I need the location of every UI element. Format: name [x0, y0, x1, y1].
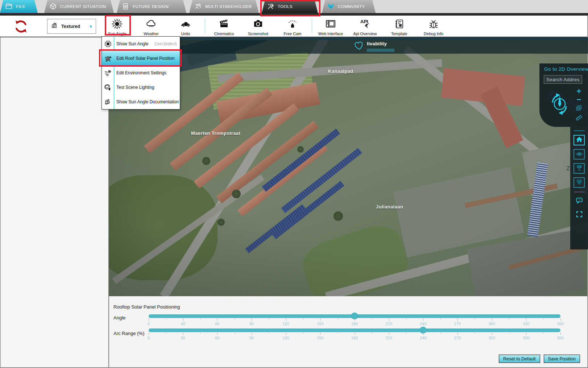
menu-item-edit-environment-settings[interactable]: Edit Environment Settings	[102, 66, 180, 80]
panel-buttons: Reset to Default Save Position	[499, 355, 580, 363]
texture-mode-value: Textured	[61, 24, 86, 29]
toolbar-weather[interactable]: Weather	[134, 17, 168, 36]
layer-panel-icon	[575, 150, 583, 159]
toolbar-template[interactable]: Template	[382, 17, 416, 36]
menu-item-label: Edit Environment Settings	[114, 70, 166, 75]
signboard-button[interactable]	[573, 163, 585, 174]
folder-icon	[5, 3, 13, 11]
rooftop-solar-panel-positioning-panel: Rooftop Solar Panel Positioning Angle 03…	[109, 296, 588, 367]
fullscreen-icon	[575, 213, 583, 219]
bug-icon	[428, 18, 439, 30]
layers-button[interactable]	[573, 149, 585, 160]
toolbar-sun-angle[interactable]: Sun Angle	[100, 17, 134, 36]
toolbar-debug-info[interactable]: Debug Info	[417, 17, 450, 36]
rail-divider	[574, 131, 585, 131]
toolbar-item-label: Free Cam	[284, 32, 302, 36]
sun-icon	[111, 18, 123, 30]
livability-indicator[interactable]: livability	[354, 40, 394, 53]
compass-rotate-icon[interactable]	[545, 87, 573, 119]
left-sidebar-panel	[0, 37, 109, 368]
tab-label: MULTI STAKEHOLDER	[205, 4, 252, 9]
house-icon	[50, 22, 58, 31]
home-view-button[interactable]	[573, 135, 585, 145]
toolbar-item-label: Weather	[144, 32, 158, 36]
menu-item-show-sun-angle-documentation[interactable]: Show Sun Angle Documentation	[102, 95, 180, 109]
toolbar-units[interactable]: Units	[169, 17, 202, 36]
free-camera-icon	[287, 18, 298, 30]
reset-to-default-button[interactable]: Reset to Default	[499, 355, 540, 363]
street-label: Julianalaan	[376, 204, 403, 210]
zoom-controls: + −	[573, 88, 585, 123]
toolbar-cinematics[interactable]: Cinematics	[207, 17, 241, 36]
menu-item-edit-roof-solar-panel-position[interactable]: Edit Roof Solar Panel Position	[102, 51, 180, 66]
tab-label: TOOLS	[278, 4, 293, 9]
tab-label: CURRENT SITUATION	[60, 4, 106, 9]
refresh-button[interactable]	[14, 19, 28, 34]
spotlight-icon	[102, 83, 114, 92]
cloud-rain-icon	[145, 18, 157, 30]
chat-button[interactable]	[575, 197, 583, 206]
map-tools-rail	[570, 127, 588, 249]
toolbar-screenshot[interactable]: Screenshot	[241, 17, 275, 36]
tab-file[interactable]: FILE	[0, 0, 38, 13]
zoom-in-button[interactable]: +	[577, 88, 581, 95]
angle-slider-label: Angle	[113, 315, 125, 321]
wind-gear-icon	[102, 69, 114, 77]
sun-icon	[102, 40, 114, 48]
toolbar-item-label: Api Overview	[353, 32, 377, 36]
camera-icon	[252, 18, 264, 30]
fullscreen-button[interactable]	[575, 210, 583, 220]
toolbar-web-interface[interactable]: Web Interface	[314, 17, 347, 36]
fox-logo-icon	[327, 3, 335, 11]
menu-item-label: Show Sun Angle Documentation	[114, 99, 179, 104]
tabbar-bottom-strip	[0, 13, 588, 16]
toolbar-divider	[312, 18, 312, 33]
texture-mode-dropdown[interactable]: Textured ▼	[47, 19, 96, 34]
panel-title: Rooftop Solar Panel Positioning	[113, 304, 180, 310]
sun-angle-menu: Show Sun Angle Ctrl+Shift+S Edit Roof So…	[102, 36, 180, 109]
toolbar-api-overview[interactable]: API Api Overview	[348, 17, 382, 36]
map-viewport[interactable]: livability Kanaalpad Maerten Trompstraat…	[109, 37, 588, 296]
go-to-2d-overview-link[interactable]: Go to 2D Overview	[539, 63, 588, 72]
toolbar-free-cam[interactable]: Free Cam	[276, 17, 309, 36]
favorites-button[interactable]	[573, 177, 585, 188]
toolbar-item-label: Template	[391, 32, 407, 36]
save-position-button[interactable]: Save Position	[544, 355, 580, 363]
menu-item-show-sun-angle[interactable]: Show Sun Angle Ctrl+Shift+S	[102, 37, 180, 51]
tab-community[interactable]: COMMUNITY	[322, 0, 376, 13]
tab-multi-stakeholder[interactable]: MULTI STAKEHOLDER	[189, 0, 259, 13]
tab-tools[interactable]: TOOLS	[262, 0, 318, 13]
toolbar-item-label: Screenshot	[248, 32, 268, 36]
notebook-gear-icon	[393, 18, 405, 30]
browser-window-icon	[325, 18, 336, 30]
home-icon	[575, 136, 583, 145]
livability-progress-bar	[367, 49, 394, 52]
arc-range-slider: 0306090120150180210240270300330360	[149, 328, 560, 344]
toolbar-item-label: Sun Angle	[108, 32, 126, 36]
toolbar-divider	[205, 18, 205, 33]
arc-range-slider-track[interactable]	[149, 328, 560, 332]
tab-current-situation[interactable]: CURRENT SITUATION	[44, 0, 114, 13]
rail-divider	[574, 192, 585, 192]
toolbar-item-label: Web Interface	[318, 32, 343, 36]
zoom-out-button[interactable]: −	[577, 96, 581, 103]
angle-slider-track[interactable]	[149, 314, 560, 318]
tab-future-design[interactable]: FUTURE DESIGN	[117, 0, 186, 13]
arc-range-slider-ticks: 0306090120150180210240270300330360	[149, 332, 560, 343]
duplicate-icon[interactable]	[576, 105, 582, 113]
cube-icon	[49, 3, 57, 11]
clipboard-clock-icon	[122, 3, 129, 11]
map-navigation-panel: Go to 2D Overview + −	[539, 63, 588, 127]
car-icon	[180, 18, 191, 30]
tab-label: COMMUNITY	[338, 4, 365, 9]
ruler-icon[interactable]	[576, 115, 582, 123]
chat-icon	[575, 199, 583, 206]
heart-outline-icon	[354, 40, 364, 53]
sign-icon	[575, 164, 583, 173]
menu-item-test-scene-lighting[interactable]: Test Scene Lighting	[102, 80, 180, 95]
menu-item-label: Edit Roof Solar Panel Position	[114, 56, 175, 61]
search-address-input[interactable]	[544, 75, 582, 84]
people-icon	[194, 3, 202, 11]
main-tab-bar: FILE CURRENT SITUATION FUTURE DESIGN MUL…	[0, 0, 588, 16]
menu-item-label: Show Sun Angle	[114, 41, 148, 46]
